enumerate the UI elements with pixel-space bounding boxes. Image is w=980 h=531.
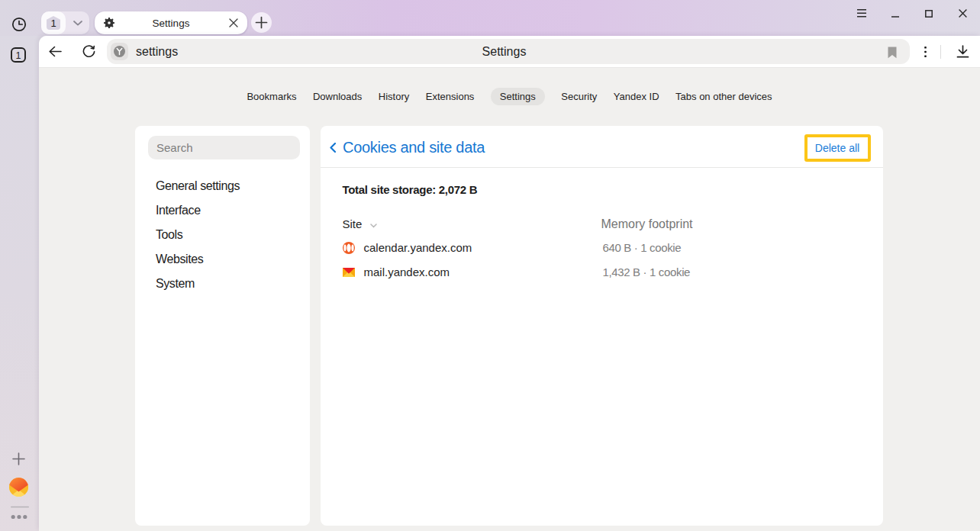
svg-text:1: 1 <box>16 50 21 61</box>
